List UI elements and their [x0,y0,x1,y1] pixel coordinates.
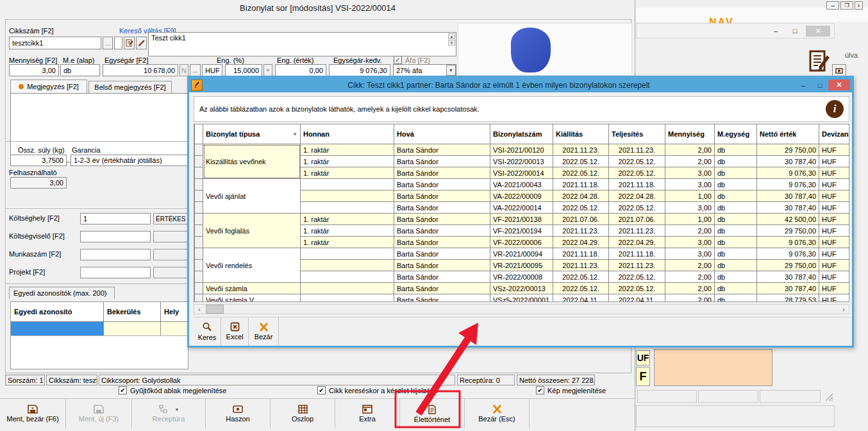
munkaszam-input[interactable] [80,249,151,260]
cell-me[interactable]: db [715,260,757,271]
cell-me[interactable]: db [715,202,757,214]
cell-telj[interactable]: 2022.05.12. [609,271,665,283]
app-restore-icon[interactable]: ❐ [840,1,853,10]
cell-me[interactable]: db [715,214,757,225]
cell-netto[interactable]: 30 787,40 [757,202,819,214]
extra-button[interactable]: Extra [335,399,400,428]
elettortenet-button[interactable]: Élettörténet [400,399,465,428]
cell-dev[interactable]: HUF [819,190,850,202]
eng-pct-input[interactable]: 15,0000 [225,64,262,76]
cell-szam[interactable]: VSz-2022/00013 [490,283,553,294]
ossz-suly-input[interactable]: 3,7500 [10,155,67,166]
column-header-1[interactable]: Bizonylat típusa▼ [203,124,301,144]
cell-telj[interactable]: 2021.07.06. [609,214,665,225]
row-selector[interactable] [195,283,203,294]
cell-honnan[interactable] [301,190,394,202]
cell-dev[interactable]: HUF [819,225,850,237]
egyedi-cell-bekerules[interactable] [104,322,161,335]
receptura-button[interactable]: ▼ Receptúra [132,399,206,428]
egyedi-col-hely[interactable]: Hely [161,302,188,321]
cell-telj[interactable]: 2021.11.23. [609,225,665,237]
edit-document-icon[interactable] [809,50,830,72]
cell-dev[interactable]: HUF [819,144,850,156]
tab-megjegyzes[interactable]: Megjegyzés [F2] [10,80,87,93]
cell-szam[interactable]: VA-2022/00014 [490,202,553,214]
cell-dev[interactable]: HUF [819,167,850,179]
dialog-bezar-button[interactable]: Bezár [249,317,279,345]
n-flag-button[interactable]: N [179,64,188,76]
cell-szam[interactable]: VSz5-2022/00001 [490,294,553,303]
cell-szam[interactable]: VSI-2022/00014 [490,167,553,179]
cell-hova[interactable]: Barta Sándor [394,156,490,167]
cell-me[interactable]: db [715,283,757,294]
cell-me[interactable]: db [715,294,757,303]
cell-menny[interactable]: 1,00 [665,214,715,225]
dialog-close-icon[interactable]: ✕ [828,80,850,90]
app-close-icon[interactable]: › [855,1,863,10]
tab-egyedi-azonositok[interactable]: Egyedi azonosítók (max. 200) [9,287,115,299]
cell-netto[interactable]: 30 787,40 [757,271,819,283]
cell-kiall[interactable]: 2022.05.12. [553,202,609,214]
keres-button[interactable]: Keres [194,317,221,345]
cell-hova[interactable]: Barta Sándor [394,260,490,271]
cell-hova[interactable]: Barta Sándor [394,167,490,179]
cell-honnan[interactable] [301,271,394,283]
cell-netto[interactable]: 9 076,30 [757,248,819,260]
cell-kiall[interactable]: 2022.04.11. [553,294,609,303]
cell-netto[interactable]: 9 076,30 [757,237,819,248]
column-header-9[interactable]: Nettó érték [757,124,819,144]
cell-menny[interactable]: 2,00 [665,271,715,283]
gyujtokod-checkbox[interactable]: ✔ Gyűjtőkód ablak megjelenítése [119,386,226,394]
doc-type-group-cell[interactable]: Vevői számla [203,283,301,294]
row-selector[interactable] [195,190,203,202]
row-selector[interactable] [195,167,203,179]
cell-dev[interactable]: HUF [819,179,850,190]
cell-hova[interactable]: Barta Sándor [394,190,490,202]
cell-netto[interactable]: 9 076,30 [757,179,819,190]
row-selector[interactable] [195,179,203,190]
egyedi-cell-selected[interactable] [11,322,104,335]
row-selector[interactable] [195,156,203,167]
cell-honnan[interactable]: 1. raktár [301,214,394,225]
cell-me[interactable]: db [715,144,757,156]
eng-ertek-input[interactable]: 0,00 [275,64,326,76]
cell-telj[interactable]: 2022.04.29. [609,237,665,248]
doc-type-group-cell[interactable]: Vevői foglalás [203,214,301,248]
column-header-2[interactable]: Honnan [301,124,394,144]
cell-kiall[interactable]: 2021.07.06. [553,214,609,225]
cell-netto[interactable]: 30 787,40 [757,156,819,167]
cell-netto[interactable]: 30 787,40 [757,283,819,294]
cell-kiall[interactable]: 2022.05.12. [553,156,609,167]
cell-dev[interactable]: HUF [819,156,850,167]
cell-szam[interactable]: VF-2021/00138 [490,214,553,225]
cell-telj[interactable]: 2022.04.11. [609,294,665,303]
plus-button[interactable]: + [263,64,272,76]
me-alap-input[interactable]: db [60,64,100,76]
scrollbar-thumb[interactable] [206,305,224,314]
keszlet-checkbox-box[interactable]: ✔ [317,386,326,394]
cell-menny[interactable]: 2,00 [665,283,715,294]
doc-type-group-cell[interactable]: Vevői számla V [203,294,301,303]
cell-menny[interactable]: 3,00 [665,237,715,248]
edit-note-icon-button[interactable] [124,37,135,49]
excel-button[interactable]: Excel [221,317,249,345]
app-minimize-icon[interactable]: – [826,1,839,10]
row-selector[interactable] [195,144,203,156]
koltseghely-input[interactable]: 1 [80,213,151,224]
cell-kiall[interactable]: 2021.11.18. [553,248,609,260]
cell-netto[interactable]: 42 500,00 [757,214,819,225]
cell-dev[interactable]: HUF [819,260,850,271]
haszon-button[interactable]: Haszon [206,399,271,428]
cell-netto[interactable]: 29 750,00 [757,225,819,237]
cell-me[interactable]: db [715,190,757,202]
cell-szam[interactable]: VA-2022/00009 [490,190,553,202]
afa-select-arrow-icon[interactable]: ▼ [446,65,456,76]
cell-netto[interactable]: 29 750,00 [757,144,819,156]
cell-kiall[interactable]: 2022.04.28. [553,190,609,202]
blank-button[interactable] [114,37,122,49]
row-selector[interactable] [195,202,203,214]
cell-me[interactable]: db [715,271,757,283]
receptura-dropdown-icon[interactable]: ▼ [175,407,179,412]
cell-menny[interactable]: 2,00 [665,294,715,303]
afa-checkbox-box[interactable]: ✔ [394,56,402,64]
